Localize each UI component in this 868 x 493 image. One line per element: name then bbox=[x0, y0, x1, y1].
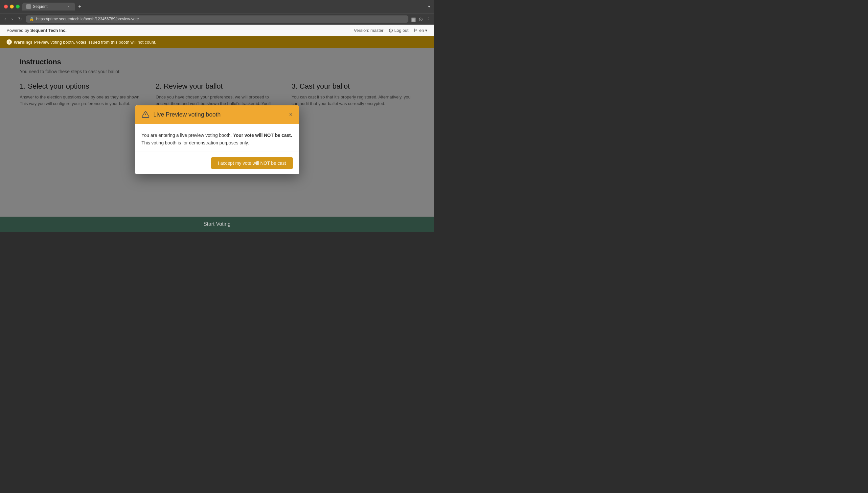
close-button[interactable] bbox=[4, 5, 8, 8]
modal-body-plain: You are entering a live preview voting b… bbox=[142, 133, 233, 138]
title-bar: Sequent × + ▾ bbox=[0, 0, 434, 13]
traffic-lights bbox=[4, 5, 20, 8]
modal-body-bold: Your vote will NOT be cast. bbox=[233, 133, 292, 138]
browser-chrome: Sequent × + ▾ ‹ › ↻ 🔒 https://prime.sequ… bbox=[0, 0, 434, 25]
nav-icons: ▣ ⊙ ⋮ bbox=[411, 16, 431, 22]
browser-tab[interactable]: Sequent × bbox=[22, 3, 75, 10]
address-bar[interactable]: 🔒 https://prime.sequentech.io/booth/1234… bbox=[26, 16, 408, 23]
language-selector[interactable]: 🏳 en ▾ bbox=[413, 28, 427, 33]
powered-by-prefix: Powered by bbox=[6, 28, 30, 33]
sidebar-toggle-icon[interactable]: ▣ bbox=[411, 16, 416, 22]
maximize-button[interactable] bbox=[16, 5, 20, 8]
warning-label: Warning! bbox=[14, 40, 32, 45]
profile-icon[interactable]: ⊙ bbox=[419, 16, 423, 22]
new-tab-button[interactable]: + bbox=[76, 4, 83, 9]
window-dropdown[interactable]: ▾ bbox=[428, 4, 430, 9]
modal-body-end: This voting booth is for demonstration p… bbox=[142, 140, 249, 145]
warning-banner: i Warning! Preview voting booth, votes i… bbox=[0, 36, 434, 48]
top-bar-right: Version: master ⏻ Log out 🏳 en ▾ bbox=[354, 28, 427, 33]
tab-title: Sequent bbox=[33, 4, 48, 9]
info-icon: i bbox=[6, 39, 12, 45]
version-label: Version: master bbox=[354, 28, 383, 33]
page-content: Powered by Sequent Tech Inc. Version: ma… bbox=[0, 25, 434, 232]
lock-icon: 🔒 bbox=[29, 17, 34, 21]
back-button[interactable]: ‹ bbox=[3, 16, 7, 22]
address-text: https://prime.sequentech.io/booth/123456… bbox=[36, 17, 139, 21]
nav-bar: ‹ › ↻ 🔒 https://prime.sequentech.io/boot… bbox=[0, 13, 434, 25]
modal-dialog: Live Preview voting booth × You are ente… bbox=[135, 105, 299, 174]
modal-close-button[interactable]: × bbox=[289, 112, 293, 117]
refresh-button[interactable]: ↻ bbox=[17, 16, 23, 22]
minimize-button[interactable] bbox=[10, 5, 14, 8]
company-name: Sequent Tech Inc. bbox=[30, 28, 66, 33]
top-bar: Powered by Sequent Tech Inc. Version: ma… bbox=[0, 25, 434, 36]
modal-footer: I accept my vote will NOT be cast bbox=[135, 152, 299, 174]
tab-close-button[interactable]: × bbox=[66, 4, 71, 9]
forward-button[interactable]: › bbox=[10, 16, 15, 22]
powered-by: Powered by Sequent Tech Inc. bbox=[6, 28, 67, 33]
warning-triangle-icon bbox=[142, 111, 149, 119]
tab-bar: Sequent × + bbox=[22, 3, 425, 10]
modal-body: You are entering a live preview voting b… bbox=[135, 124, 299, 152]
modal-overlay: Live Preview voting booth × You are ente… bbox=[0, 48, 434, 232]
modal-header: Live Preview voting booth × bbox=[135, 105, 299, 124]
logout-button[interactable]: ⏻ Log out bbox=[389, 28, 408, 33]
main-area: Instructions You need to follow these st… bbox=[0, 48, 434, 232]
warning-message: Preview voting booth, votes issued from … bbox=[34, 40, 156, 45]
accept-button[interactable]: I accept my vote will NOT be cast bbox=[211, 157, 292, 169]
menu-icon[interactable]: ⋮ bbox=[425, 16, 431, 22]
modal-header-left: Live Preview voting booth bbox=[142, 111, 221, 119]
tab-favicon bbox=[26, 4, 31, 9]
modal-title: Live Preview voting booth bbox=[154, 111, 221, 118]
